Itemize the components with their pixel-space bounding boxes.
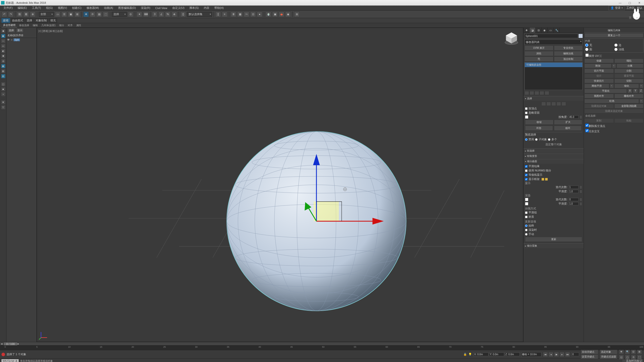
- cmd-hierarchy-tab[interactable]: ⊟: [536, 28, 542, 33]
- se-header[interactable]: 名称(按升序排: [7, 33, 36, 38]
- so-element[interactable]: [561, 102, 566, 106]
- menu-civilview[interactable]: Civil View: [153, 6, 169, 10]
- tab-polymodel[interactable]: 多边形建模: [2, 23, 17, 27]
- se-btn-4[interactable]: ▭: [1, 44, 6, 48]
- menu-content[interactable]: 内容: [202, 6, 211, 10]
- planar-btn[interactable]: 平面化: [584, 89, 627, 93]
- keyfilter-button[interactable]: 关键点过滤器: [600, 354, 617, 359]
- selset-button[interactable]: 选定对象: [600, 350, 617, 354]
- ref-coord-dropdown[interactable]: 选择: [112, 12, 127, 17]
- se-btn-13[interactable]: ▪: [1, 92, 6, 97]
- mod-vpaint[interactable]: 顶点绘制: [554, 57, 583, 62]
- presel-multi[interactable]: [548, 138, 550, 141]
- ignoreback-check[interactable]: [525, 112, 528, 114]
- so-border[interactable]: [551, 102, 556, 106]
- update-button[interactable]: 更新: [525, 237, 582, 242]
- mirror-button[interactable]: ║: [215, 12, 221, 17]
- expand-icon[interactable]: ○: [11, 38, 13, 41]
- sep-mat[interactable]: [525, 216, 528, 218]
- maximize-button[interactable]: ▢: [626, 1, 633, 5]
- manipulate-button[interactable]: ✦: [137, 12, 142, 17]
- link-button[interactable]: ⛓: [17, 12, 22, 17]
- render-setup-button[interactable]: 🍵: [266, 12, 271, 17]
- con-face[interactable]: [585, 48, 588, 51]
- angle-snap-button[interactable]: ∠: [158, 12, 164, 17]
- cage-color1[interactable]: [542, 178, 544, 180]
- timeline[interactable]: 0510152025303540455055606570758085909510…: [0, 345, 644, 350]
- se-btn-12[interactable]: ■: [1, 87, 6, 92]
- so-poly[interactable]: [556, 102, 561, 106]
- tab-modsel[interactable]: 修改选择: [18, 23, 31, 27]
- placement-button[interactable]: ⬚: [103, 12, 108, 17]
- del-iso[interactable]: [585, 124, 589, 127]
- tab-edit[interactable]: 编辑: [31, 23, 39, 27]
- viewcube[interactable]: [504, 30, 519, 46]
- ribbon-paint[interactable]: 对象绘制: [34, 18, 48, 23]
- preserve-uv[interactable]: [585, 54, 589, 57]
- menu-tools[interactable]: 工具(T): [30, 6, 43, 10]
- upd-manual[interactable]: [525, 233, 528, 236]
- menu-animation[interactable]: 动画(A): [102, 6, 115, 10]
- close-button[interactable]: ✕: [635, 1, 643, 5]
- se-btn-10[interactable]: ▥: [1, 74, 6, 78]
- cmd-modify-tab[interactable]: ◪: [530, 28, 536, 33]
- render-frame-button[interactable]: ▣: [272, 12, 278, 17]
- goto-start[interactable]: ⏮: [543, 352, 548, 357]
- mod-uvw[interactable]: UVW 展开: [525, 46, 553, 51]
- cmd-display-tab[interactable]: ▭: [548, 28, 554, 33]
- tab-geom[interactable]: 几何体(全部): [40, 23, 57, 27]
- minimize-button[interactable]: —: [616, 1, 624, 5]
- se-btn-11[interactable]: ▢: [1, 82, 6, 86]
- rotate-button[interactable]: ⟳: [90, 12, 95, 17]
- se-btn-9[interactable]: ▤: [1, 69, 6, 73]
- ribbon-selection[interactable]: 选择: [25, 18, 34, 23]
- cmd-motion-tab[interactable]: ◉: [542, 28, 548, 33]
- extra-button[interactable]: ⊞: [294, 12, 300, 17]
- autokey-button[interactable]: 自动关键点: [581, 350, 598, 354]
- align-button[interactable]: ≡: [222, 12, 227, 17]
- upd-render[interactable]: [525, 229, 528, 231]
- nurms-check[interactable]: [525, 169, 528, 172]
- select-button[interactable]: ▭: [55, 12, 60, 17]
- coord-x[interactable]: X: 0.0m: [473, 352, 489, 356]
- next-frame[interactable]: ▸: [559, 352, 565, 357]
- create-btn[interactable]: 创建: [584, 59, 614, 63]
- pivot-button[interactable]: ⊙: [128, 12, 133, 17]
- tab-align[interactable]: 对齐: [66, 23, 74, 27]
- redo-button[interactable]: ↷: [8, 12, 14, 17]
- sliceplane-btn[interactable]: 切片平面: [584, 69, 614, 73]
- menu-views[interactable]: 视图(V): [56, 6, 69, 10]
- material-editor-button[interactable]: ●: [257, 12, 262, 17]
- mod-shell[interactable]: 壳: [525, 57, 553, 62]
- menu-modifiers[interactable]: 修改器(M): [85, 6, 101, 10]
- con-edge[interactable]: [614, 43, 618, 47]
- rect-region-button[interactable]: ▣: [68, 12, 73, 17]
- se-btn-8[interactable]: ▦: [1, 64, 6, 68]
- stack-unique[interactable]: [535, 91, 539, 95]
- mod-editn[interactable]: 编辑法线: [554, 51, 583, 56]
- modifier-stack[interactable]: 可编辑多边形: [525, 62, 583, 90]
- mod-pro[interactable]: 专业优化: [554, 46, 583, 51]
- scene-node[interactable]: Sph: [14, 38, 20, 41]
- stack-remove[interactable]: [540, 91, 544, 95]
- menu-group[interactable]: 组(G): [44, 6, 55, 10]
- menu-file[interactable]: 文件(F): [2, 6, 15, 10]
- selection-filter[interactable]: 全部: [39, 12, 54, 17]
- ribbon-modeling[interactable]: 建模: [2, 18, 10, 23]
- snap-button[interactable]: 3: [152, 12, 157, 17]
- se-btn-1[interactable]: ◉: [1, 29, 6, 33]
- percent-snap-button[interactable]: %: [165, 12, 171, 17]
- se-btn-5[interactable]: ◐: [1, 49, 6, 53]
- scale-button[interactable]: ▤: [96, 12, 102, 17]
- quickslice-btn[interactable]: 快速切片: [584, 79, 614, 83]
- menu-rendering[interactable]: 渲染(R): [139, 6, 152, 10]
- cut-btn[interactable]: 切割: [614, 79, 644, 83]
- se-btn-15[interactable]: ▽: [1, 105, 6, 110]
- render-iter-button[interactable]: ◉: [285, 12, 291, 17]
- split-btn[interactable]: 分割: [614, 69, 644, 73]
- msmooth-btn[interactable]: 网格平滑: [584, 84, 609, 88]
- so-vertex[interactable]: [541, 102, 546, 106]
- window-crossing-button[interactable]: ⊞: [74, 12, 80, 17]
- render-button[interactable]: 🫖: [279, 12, 284, 17]
- sep-sg[interactable]: [525, 211, 528, 214]
